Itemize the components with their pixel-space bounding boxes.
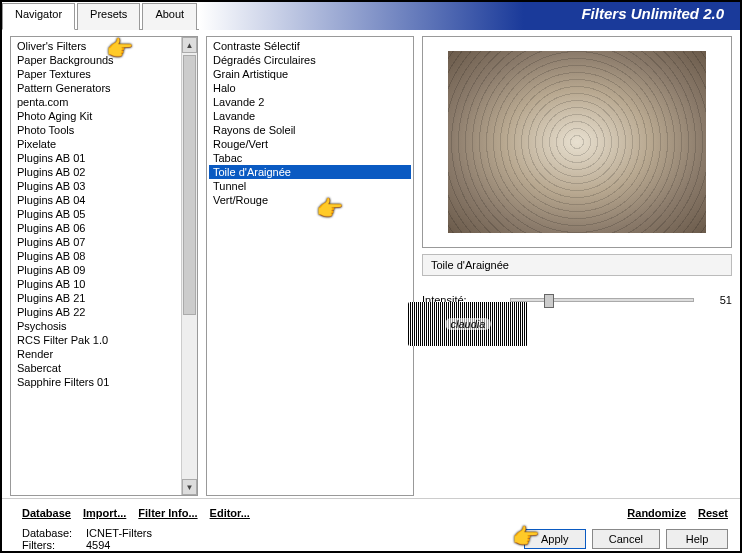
list-item[interactable]: Rayons de Soleil <box>209 123 411 137</box>
scroll-thumb[interactable] <box>183 55 196 315</box>
list-item[interactable]: penta.com <box>13 95 179 109</box>
list-item[interactable]: Toile d'Araignée <box>209 165 411 179</box>
tab-about[interactable]: About <box>142 3 197 30</box>
list-item[interactable]: Vert/Rouge <box>209 193 411 207</box>
list-item[interactable]: Sapphire Filters 01 <box>13 375 179 389</box>
list-item[interactable]: Tunnel <box>209 179 411 193</box>
help-button[interactable]: Help <box>666 529 728 549</box>
list-item[interactable]: Plugins AB 22 <box>13 305 179 319</box>
list-item[interactable]: Photo Tools <box>13 123 179 137</box>
watermark: claudia <box>408 302 528 346</box>
list-item[interactable]: Oliver's Filters <box>13 39 179 53</box>
list-item[interactable]: Plugins AB 01 <box>13 151 179 165</box>
status-bar: Database:ICNET-Filters Filters:4594 <box>22 527 518 551</box>
list-item[interactable]: Rouge/Vert <box>209 137 411 151</box>
filter-info-button[interactable]: Filter Info... <box>138 507 197 519</box>
list-item[interactable]: Sabercat <box>13 361 179 375</box>
list-item[interactable]: Psychosis <box>13 319 179 333</box>
list-item[interactable]: Lavande 2 <box>209 95 411 109</box>
intensity-slider[interactable] <box>510 298 694 302</box>
list-item[interactable]: Halo <box>209 81 411 95</box>
list-item[interactable]: Plugins AB 07 <box>13 235 179 249</box>
list-item[interactable]: Render <box>13 347 179 361</box>
randomize-button[interactable]: Randomize <box>627 507 686 519</box>
cancel-button[interactable]: Cancel <box>592 529 660 549</box>
list-item[interactable]: Plugins AB 10 <box>13 277 179 291</box>
database-button[interactable]: Database <box>22 507 71 519</box>
category-scrollbar[interactable]: ▲ ▼ <box>181 37 197 495</box>
filter-name-field: Toile d'Araignée <box>422 254 732 276</box>
list-item[interactable]: RCS Filter Pak 1.0 <box>13 333 179 347</box>
editor-button[interactable]: Editor... <box>210 507 250 519</box>
reset-button[interactable]: Reset <box>698 507 728 519</box>
list-item[interactable]: Plugins AB 03 <box>13 179 179 193</box>
list-item[interactable]: Pixelate <box>13 137 179 151</box>
list-item[interactable]: Plugins AB 04 <box>13 193 179 207</box>
tab-navigator[interactable]: Navigator <box>2 3 75 30</box>
app-title: Filters Unlimited 2.0 <box>199 2 740 30</box>
category-list[interactable]: Oliver's FiltersPaper BackgroundsPaper T… <box>11 37 181 495</box>
list-item[interactable]: Contraste Sélectif <box>209 39 411 53</box>
list-item[interactable]: Plugins AB 06 <box>13 221 179 235</box>
param-value: 51 <box>702 294 732 306</box>
list-item[interactable]: Grain Artistique <box>209 67 411 81</box>
preview-box <box>422 36 732 248</box>
preview-image <box>448 51 706 233</box>
list-item[interactable]: Plugins AB 09 <box>13 263 179 277</box>
import-button[interactable]: Import... <box>83 507 126 519</box>
list-item[interactable]: Pattern Generators <box>13 81 179 95</box>
list-item[interactable]: Tabac <box>209 151 411 165</box>
category-list-panel: Oliver's FiltersPaper BackgroundsPaper T… <box>10 36 198 496</box>
scroll-down-icon[interactable]: ▼ <box>182 479 197 495</box>
scroll-up-icon[interactable]: ▲ <box>182 37 197 53</box>
list-item[interactable]: Paper Backgrounds <box>13 53 179 67</box>
slider-thumb[interactable] <box>544 294 554 308</box>
list-item[interactable]: Lavande <box>209 109 411 123</box>
list-item[interactable]: Plugins AB 21 <box>13 291 179 305</box>
list-item[interactable]: Plugins AB 08 <box>13 249 179 263</box>
apply-button[interactable]: Apply <box>524 529 586 549</box>
list-item[interactable]: Plugins AB 05 <box>13 207 179 221</box>
filter-list-panel: Contraste SélectifDégradés CirculairesGr… <box>206 36 414 496</box>
list-item[interactable]: Plugins AB 02 <box>13 165 179 179</box>
filter-list[interactable]: Contraste SélectifDégradés CirculairesGr… <box>207 37 413 495</box>
list-item[interactable]: Paper Textures <box>13 67 179 81</box>
list-item[interactable]: Dégradés Circulaires <box>209 53 411 67</box>
tab-presets[interactable]: Presets <box>77 3 140 30</box>
list-item[interactable]: Photo Aging Kit <box>13 109 179 123</box>
